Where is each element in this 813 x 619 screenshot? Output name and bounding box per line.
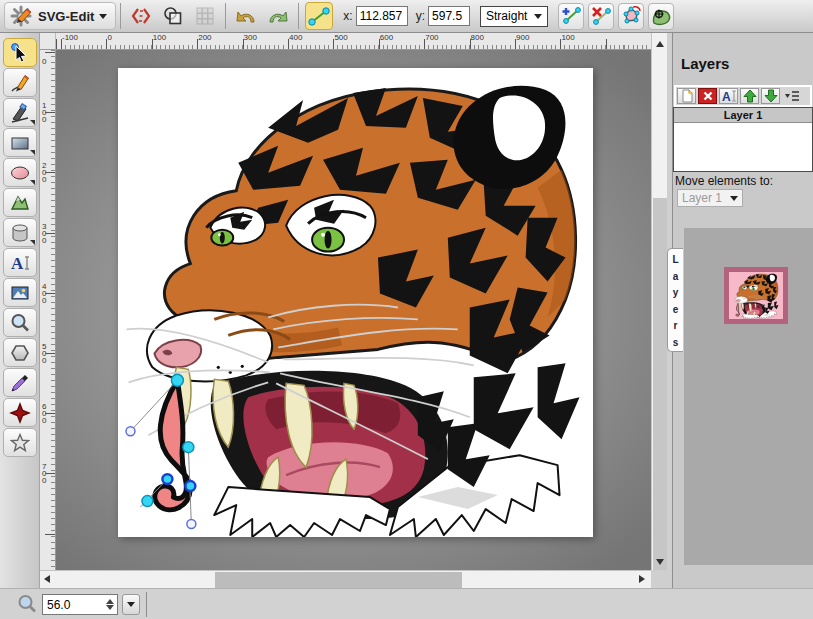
move-layer-down-button[interactable]: [761, 88, 780, 104]
ruler-label: 2 0 0: [42, 162, 46, 183]
svg-canvas[interactable]: [118, 68, 593, 537]
vertical-scrollbar[interactable]: [651, 33, 667, 570]
vertical-scroll-thumb[interactable]: [653, 198, 667, 570]
move-elements-select[interactable]: Layer 1: [677, 189, 743, 207]
delete-node-button[interactable]: [588, 3, 614, 30]
ellipse-icon: [9, 162, 31, 184]
undo-icon: [234, 4, 258, 28]
ruler-label: 400: [289, 33, 302, 42]
redo-button[interactable]: [264, 2, 292, 30]
segment-type-select[interactable]: Straight: [480, 6, 548, 27]
scroll-right-arrow-icon[interactable]: [639, 575, 645, 583]
scroll-up-arrow-icon[interactable]: [656, 41, 664, 47]
segment-type-value: Straight: [486, 9, 527, 23]
flyout-arrow-icon: [30, 180, 35, 185]
open-path-icon: [620, 5, 642, 27]
select-caret-icon: [534, 14, 542, 19]
rename-layer-button[interactable]: A: [719, 88, 738, 104]
document-properties-button[interactable]: [159, 2, 187, 30]
clone-node-button[interactable]: [558, 3, 584, 30]
ruler-label: 200: [198, 33, 211, 42]
eyedropper-icon: [9, 372, 31, 394]
ruler-label: 0: [107, 33, 111, 42]
vertical-ruler: 01 0 02 0 03 0 04 0 05 0 06 0 07 0 0: [40, 50, 56, 570]
star-tool[interactable]: [3, 428, 37, 457]
toolbar-separator: [225, 3, 226, 29]
flyout-arrow-icon: [30, 120, 35, 125]
layer-up-icon: [743, 89, 757, 103]
toolbar-separator: [120, 3, 121, 29]
ruler-corner: [40, 33, 56, 50]
eyedropper-tool[interactable]: [3, 368, 37, 397]
flyout-arrow-icon: [30, 150, 35, 155]
zoom-magnifier-icon: [16, 593, 38, 615]
open-path-button[interactable]: [618, 3, 644, 30]
ruler-label: 800: [471, 33, 484, 42]
zoom-level-input[interactable]: [43, 598, 103, 612]
rectangle-tool[interactable]: [3, 128, 37, 157]
ruler-label: 600: [380, 33, 393, 42]
scroll-left-arrow-icon[interactable]: [44, 575, 50, 583]
ruler-label: 3 0 0: [42, 223, 46, 244]
zoom-preset-dropdown[interactable]: [122, 594, 140, 615]
grid-button[interactable]: [191, 2, 219, 30]
left-toolbar: A: [0, 33, 40, 588]
path-tool[interactable]: [3, 188, 37, 217]
pencil-tool[interactable]: [3, 68, 37, 97]
top-toolbar: SVG-Edit: [0, 0, 813, 33]
stepper-up-icon[interactable]: [106, 599, 114, 604]
undo-button[interactable]: [232, 2, 260, 30]
select-arrow-icon: [9, 42, 31, 64]
canvas-workspace[interactable]: [56, 50, 651, 570]
linked-nodes-icon: [307, 4, 331, 28]
select-caret-icon: [127, 602, 135, 607]
rectangle-icon: [9, 132, 31, 154]
select-caret-icon: [730, 196, 738, 201]
cylinder-icon: [9, 222, 31, 244]
ellipse-tool[interactable]: [3, 158, 37, 187]
zoom-stepper[interactable]: [103, 599, 117, 610]
image-tool[interactable]: [3, 278, 37, 307]
layers-side-tab[interactable]: L a y e r s: [667, 248, 683, 352]
horizontal-scroll-thumb[interactable]: [215, 572, 462, 588]
ruler-label: 1 0 0: [42, 102, 46, 123]
polygon-tool[interactable]: [3, 338, 37, 367]
text-tool[interactable]: A: [3, 248, 37, 277]
new-layer-button[interactable]: [677, 88, 696, 104]
ruler-label: 500: [334, 33, 347, 42]
ruler-label: 4 0 0: [42, 283, 46, 304]
image-icon: [9, 282, 31, 304]
main-menu-button[interactable]: SVG-Edit: [4, 2, 116, 30]
source-code-icon: [130, 5, 152, 27]
ruler-label: 5 0 0: [42, 343, 46, 364]
line-tool[interactable]: [3, 98, 37, 127]
scroll-down-arrow-icon[interactable]: [656, 559, 664, 565]
layer-menu-button[interactable]: [782, 88, 801, 104]
layer-row-layer1[interactable]: Layer 1: [674, 108, 812, 123]
ruler-label: 300: [244, 33, 257, 42]
edit-source-button[interactable]: [127, 2, 155, 30]
move-layer-up-button[interactable]: [740, 88, 759, 104]
y-coordinate-input[interactable]: [428, 6, 470, 26]
link-control-points-toggle[interactable]: [305, 2, 333, 30]
x-coordinate-label: x:: [343, 9, 352, 23]
delete-layer-button[interactable]: [698, 88, 717, 104]
shape-library-tool[interactable]: [3, 218, 37, 247]
add-subpath-button[interactable]: [648, 3, 674, 30]
grid-icon: [194, 5, 216, 27]
layer-buttons-row: A: [674, 85, 812, 107]
shape-tool-cross[interactable]: [3, 398, 37, 427]
horizontal-scrollbar[interactable]: [40, 570, 651, 588]
zoom-level-spinner[interactable]: [42, 594, 118, 615]
menu-caret-icon: [99, 14, 107, 19]
zoom-tool[interactable]: [3, 308, 37, 337]
select-tool[interactable]: [3, 38, 37, 67]
delete-layer-icon: [702, 90, 714, 102]
layer-down-icon: [764, 89, 778, 103]
x-coordinate-input[interactable]: [356, 6, 408, 26]
drawing-thumbnail[interactable]: [724, 267, 788, 324]
stepper-down-icon[interactable]: [106, 605, 114, 610]
flyout-arrow-icon: [30, 240, 35, 245]
layer-list: Layer 1: [673, 107, 813, 172]
status-bar: [0, 588, 813, 619]
